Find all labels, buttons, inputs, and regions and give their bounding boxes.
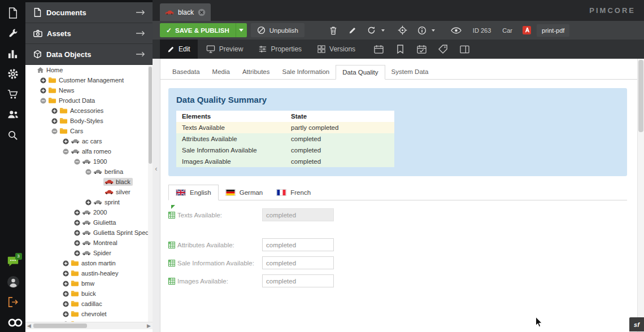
users-icon[interactable] [7,108,19,121]
tree-item-montreal[interactable]: Montreal [25,238,148,248]
plus-expander-icon[interactable] [73,209,81,216]
view-tab-preview[interactable]: Preview [199,40,251,59]
collapse-panel-icon[interactable]: ‹ [153,161,160,176]
tree-item-buick[interactable]: buick [25,289,148,299]
tree-item-giulietta[interactable]: Giulietta [25,217,148,228]
info-dropdown-icon[interactable] [430,23,437,38]
tree-item-product-data[interactable]: Product Data [25,95,148,106]
user-profile-icon[interactable] [7,276,19,288]
sidebar-section-data-objects[interactable]: Data Objects [25,44,153,65]
view-tab-versions[interactable]: Versions [310,40,363,59]
plus-expander-icon[interactable] [73,230,81,236]
tree-item-chevrolet[interactable]: chevrolet [25,309,148,319]
plus-expander-icon[interactable] [73,220,81,226]
plus-expander-icon[interactable] [39,77,47,84]
rename-pencil-icon[interactable] [345,23,360,38]
content-tab-sale-information[interactable]: Sale Information [276,64,336,79]
save-options-dropdown[interactable] [236,23,247,37]
content-vertical-scrollbar[interactable] [637,59,644,332]
sale-information-available-input[interactable] [262,256,334,269]
reload-dropdown-icon[interactable] [380,23,386,38]
tree-item-1900[interactable]: 1900 [25,156,148,167]
print-pdf-button[interactable]: print-pdf [537,24,569,37]
images-available-input[interactable] [262,274,334,287]
tree-item-news[interactable]: News [25,85,148,95]
plus-expander-icon[interactable] [84,199,92,206]
tree-item-home[interactable]: Home [25,65,148,75]
tree-item-silver[interactable]: silver [25,187,148,197]
tree-item-aston-martin[interactable]: aston martin [25,258,148,268]
save-publish-button[interactable]: ✓ SAVE & PUBLISH [160,23,236,37]
shopping-cart-icon[interactable] [7,88,19,101]
content-tab-basedata[interactable]: Basedata [166,64,206,79]
symfony-debug-badge[interactable]: sf [629,317,644,331]
search-icon[interactable] [7,129,19,141]
sidebar-section-assets[interactable]: Assets [25,23,153,44]
tree-item-gulietta-sprint-specia[interactable]: Gulietta Sprint Specia… [25,228,148,238]
tree-item-cars[interactable]: Cars [25,126,148,136]
plus-expander-icon[interactable] [73,240,81,246]
minus-expander-icon[interactable] [39,98,47,104]
texts-available-input[interactable] [262,208,334,221]
object-tab-black[interactable]: black [160,3,211,21]
content-tab-system-data[interactable]: System Data [385,64,435,79]
close-icon[interactable] [198,8,206,16]
attributes-available-input[interactable] [262,238,334,251]
schedule-icon[interactable] [415,40,428,59]
content-tab-media[interactable]: Media [206,64,236,79]
tree-item-cadillac[interactable]: cadillac [25,299,148,309]
layout-columns-icon[interactable] [458,40,471,59]
content-tab-data-quality[interactable]: Data Quality [336,65,385,80]
view-tab-properties[interactable]: Properties [251,40,309,59]
plus-expander-icon[interactable] [39,88,47,94]
tree-item-bmw[interactable]: bmw [25,278,148,289]
tree-item-austin-healey[interactable]: austin-healey [25,268,148,278]
language-tab-french[interactable]: French [269,185,317,200]
plus-expander-icon[interactable] [62,311,69,317]
minus-expander-icon[interactable] [73,159,81,165]
tree-item-ac-cars[interactable]: ac cars [25,136,148,146]
notifications-chat-icon[interactable]: 3 [7,255,19,268]
unpublish-button[interactable]: Unpublish [251,23,304,37]
minus-expander-icon[interactable] [62,148,69,155]
minus-expander-icon[interactable] [50,128,58,134]
tree-item-berlina[interactable]: berlina [25,167,148,177]
logout-icon[interactable] [7,296,19,308]
file-icon[interactable] [7,7,19,19]
tree-item-sprint[interactable]: sprint [25,197,148,207]
preview-eye-icon[interactable] [449,23,464,38]
tools-wrench-icon[interactable] [7,27,19,40]
delete-icon[interactable] [326,23,341,38]
calendar-icon[interactable] [372,40,385,59]
scroll-right-arrow-icon[interactable]: ▶ [145,322,153,329]
plus-expander-icon[interactable] [62,281,69,287]
language-tab-english[interactable]: English [168,185,219,200]
panel-splitter[interactable]: ‹ [153,59,160,332]
plus-expander-icon[interactable] [62,291,69,297]
language-tab-german[interactable]: German [219,185,270,200]
tree-item-customer-management[interactable]: Customer Management [25,75,148,85]
plus-expander-icon[interactable] [62,270,69,277]
minus-expander-icon[interactable] [84,169,92,175]
plus-expander-icon[interactable] [50,118,58,124]
tree-item-accessories[interactable]: Accessories [25,106,148,116]
bookmark-icon[interactable] [393,40,407,59]
bar-chart-icon[interactable] [7,47,19,60]
tree-item-alfa-romeo[interactable]: alfa romeo [25,146,148,156]
plus-expander-icon[interactable] [50,108,58,114]
sidebar-section-documents[interactable]: Documents [25,2,153,23]
view-tab-edit[interactable]: Edit [160,40,198,59]
scroll-left-arrow-icon[interactable]: ◀ [25,322,33,329]
tree-item-body-styles[interactable]: Body-Styles [25,116,148,126]
plus-expander-icon[interactable] [73,250,81,256]
gear-icon[interactable] [7,68,19,80]
content-tab-attributes[interactable]: Attributes [236,64,276,79]
plus-expander-icon[interactable] [62,138,69,145]
tag-icon[interactable] [436,40,450,59]
plus-expander-icon[interactable] [62,260,69,267]
tree-item-spider[interactable]: Spider [25,248,148,258]
tree-item-2000[interactable]: 2000 [25,207,148,217]
reload-icon[interactable] [364,23,379,38]
plus-expander-icon[interactable] [62,301,69,307]
tree-vertical-scrollbar[interactable] [148,65,153,322]
